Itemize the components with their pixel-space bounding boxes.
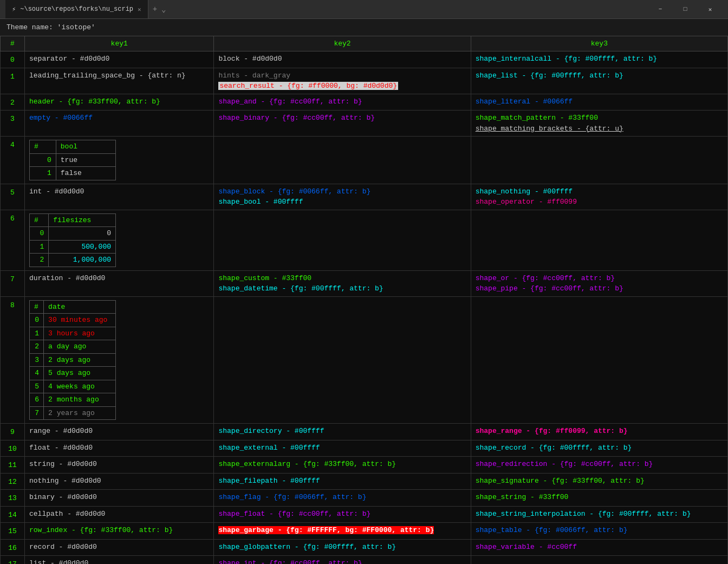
table-row: 3 empty - #0066ff shape_binary - {fg: #c… [1,111,728,137]
inner-row: 3 2 days ago [30,353,116,367]
key1-3: empty - #0066ff [25,111,214,137]
inner-row: 1 500,000 [30,240,116,254]
key1-17: list - #d0d0d0 [25,556,214,565]
key3-13: shape_string - #33ff00 [471,490,727,507]
key1-7: duration - #d0d0d0 [25,270,214,296]
key2-8 [214,296,471,424]
inner-row: 1 3 hours ago [30,327,116,340]
maximize-button[interactable]: □ [673,0,698,19]
key3-9: shape_range - {fg: #ff0099, attr: b} [471,424,727,440]
key2-16: shape_globpattern - {fg: #00ffff, attr: … [214,539,471,556]
key2-7: shape_custom - #33ff00 shape_datetime - … [214,270,471,296]
inner-val: 2 years ago [44,406,116,420]
inner-val: 500,000 [49,240,116,254]
inner-row: 2 1,000,000 [30,254,116,267]
key1-15: row_index - {fg: #33ff00, attr: b} [25,523,214,540]
table-row: 1 leading_trailing_space_bg - {attr: n} … [1,68,728,94]
inner-val: 1,000,000 [49,254,116,267]
row-num-17: 17 [1,556,25,565]
inner-col-filesizes: filesizes [49,213,116,227]
key3-16: shape_variable - #cc00ff [471,539,727,556]
key3-10: shape_record - {fg: #00ffff, attr: b} [471,440,727,457]
main-table: # key1 key2 key3 0 separator - #d0d0d0 b… [0,36,728,564]
window-controls: − □ ✕ [648,0,723,19]
inner-idx: 4 [30,367,44,380]
key1-16: record - #d0d0d0 [25,539,214,556]
inner-table-bool: # bool 0 true 1 false [29,140,116,180]
row-num-9: 9 [1,424,25,440]
tab-item[interactable]: ⚡ ~\source\repos\forks\nu_scrip ✕ [5,0,148,18]
row-num-3: 3 [1,111,25,137]
row-num-0: 0 [1,51,25,68]
row-num-7: 7 [1,270,25,296]
table-row: 4 # bool 0 true [1,137,728,184]
table-row: 16 record - #d0d0d0 shape_globpattern - … [1,539,728,556]
table-row: 8 # date 0 30 minutes ago [1,296,728,424]
key1-11: string - #d0d0d0 [25,457,214,474]
header-key1: key1 [25,36,214,51]
theme-name-line: Theme name: 'isotope' [0,19,728,36]
inner-idx: 7 [30,406,44,420]
inner-row: 6 2 months ago [30,393,116,407]
inner-idx: 1 [30,240,49,254]
key2-3: shape_binary - {fg: #cc00ff, attr: b} [214,111,471,137]
inner-idx: 5 [30,380,44,393]
key2-11: shape_externalarg - {fg: #33ff00, attr: … [214,457,471,474]
table-row: 0 separator - #d0d0d0 block - #d0d0d0 sh… [1,51,728,68]
key3-15: shape_table - {fg: #0066ff, attr: b} [471,523,727,540]
tab-controls: + ⌄ [153,5,166,14]
header-key3: key3 [471,36,727,51]
inner-hash: # [30,213,49,227]
add-tab-icon[interactable]: + [153,5,157,14]
inner-val: 30 minutes ago [44,314,116,327]
key3-12: shape_signature - {fg: #33ff00, attr: b} [471,473,727,490]
minimize-button[interactable]: − [648,0,673,19]
tab-chevron-icon[interactable]: ⌄ [161,5,166,14]
close-button[interactable]: ✕ [698,0,723,19]
key1-8: # date 0 30 minutes ago 1 3 hours ago [25,296,214,424]
row-num-10: 10 [1,440,25,457]
inner-table-date: # date 0 30 minutes ago 1 3 hours ago [29,300,116,420]
key1-5: int - #d0d0d0 [25,184,214,210]
inner-row: 5 4 weeks ago [30,380,116,393]
inner-row: 2 a day ago [30,340,116,354]
tab-close-icon[interactable]: ✕ [138,6,141,13]
key3-4 [471,137,727,184]
table-row: 11 string - #d0d0d0 shape_externalarg - … [1,457,728,474]
inner-row: 1 false [30,167,116,180]
key2-0: block - #d0d0d0 [214,51,471,68]
inner-idx: 0 [30,227,49,241]
key3-6 [471,210,727,270]
inner-row: 7 2 years ago [30,406,116,420]
table-row: 10 float - #d0d0d0 shape_external - #00f… [1,440,728,457]
inner-row: 0 30 minutes ago [30,314,116,327]
inner-hash: # [30,140,56,154]
inner-val: 2 days ago [44,353,116,367]
key3-1: shape_list - {fg: #00ffff, attr: b} [471,68,727,94]
terminal-icon: ⚡ [12,5,16,14]
key3-2: shape_literal - #0066ff [471,94,727,111]
row-num-1: 1 [1,68,25,94]
key1-12: nothing - #d0d0d0 [25,473,214,490]
key2-9: shape_directory - #00ffff [214,424,471,440]
table-row: 5 int - #d0d0d0 shape_block - {fg: #0066… [1,184,728,210]
table-row: 17 list - #d0d0d0 shape_int - {fg: #cc00… [1,556,728,565]
inner-val: 0 [49,227,116,241]
key1-1: leading_trailing_space_bg - {attr: n} [25,68,214,94]
inner-hash: # [30,300,44,314]
inner-row: 0 true [30,153,116,167]
table-row: 6 # filesizes 0 0 [1,210,728,270]
key2-1: hints - dark_gray search_result - {fg: #… [214,68,471,94]
key2-17: shape_int - {fg: #cc00ff, attr: b} [214,556,471,565]
table-row: 13 binary - #d0d0d0 shape_flag - {fg: #0… [1,490,728,507]
row-num-6: 6 [1,210,25,270]
key2-6 [214,210,471,270]
inner-row: 4 5 days ago [30,367,116,380]
key1-9: range - #d0d0d0 [25,424,214,440]
row-num-8: 8 [1,296,25,424]
key3-11: shape_redirection - {fg: #cc00ff, attr: … [471,457,727,474]
inner-val: true [56,153,115,167]
inner-row: 0 0 [30,227,116,241]
inner-col-bool: bool [56,140,115,154]
key1-2: header - {fg: #33ff00, attr: b} [25,94,214,111]
